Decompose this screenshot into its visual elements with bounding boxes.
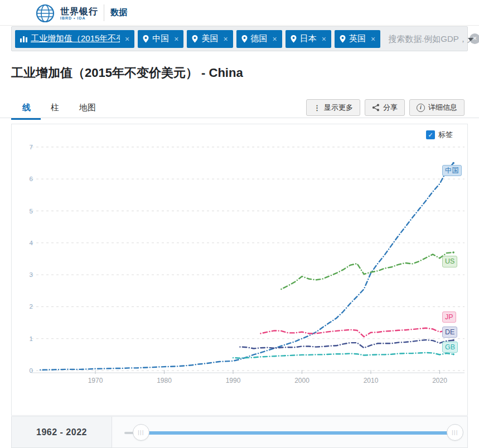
pin-icon <box>340 35 346 43</box>
x-tick-label: 1970 <box>88 377 103 384</box>
details-button[interactable]: i 详细信息 <box>409 99 465 116</box>
indicator-title: 工业增加值（2015年不变价美元） <box>11 66 198 80</box>
chip-indicator[interactable]: 工业增加值（2015年不变... × <box>15 30 134 48</box>
x-tick-label: 1980 <box>157 377 172 384</box>
series-label-DE: DE <box>442 327 457 338</box>
y-tick-label: 2 <box>30 303 33 310</box>
search-input[interactable] <box>388 34 472 43</box>
y-tick-label: 7 <box>30 144 33 150</box>
chip-country-label: 英国 <box>349 33 366 44</box>
chip-country-label: 美国 <box>201 33 218 44</box>
chip-remove-icon[interactable]: × <box>273 35 277 43</box>
labels-checkbox-label: 标签 <box>438 130 453 140</box>
chart-card: 01234567197019801990200020102020 中国USJPD… <box>11 124 468 416</box>
search-area: × <box>384 27 479 51</box>
series-line-JP <box>260 328 453 337</box>
x-tick-label: 2020 <box>432 377 447 384</box>
tab-bar[interactable]: 柱 <box>41 99 69 120</box>
chip-country-us[interactable]: 美国 × <box>187 30 233 48</box>
chip-indicator-label: 工业增加值（2015年不变... <box>31 33 120 44</box>
series-label-中国: 中国 <box>442 165 462 177</box>
series-line-US <box>281 252 453 289</box>
tab-map[interactable]: 地图 <box>69 99 106 120</box>
chip-country-label: 中国 <box>152 33 169 44</box>
globe-icon <box>35 3 56 24</box>
pin-icon <box>192 35 198 43</box>
chip-country-uk[interactable]: 英国 × <box>335 30 380 48</box>
nav-item-data[interactable]: 数据 <box>110 7 127 18</box>
chip-remove-icon[interactable]: × <box>223 35 228 43</box>
labels-toggle[interactable]: ✓ 标签 <box>426 130 453 140</box>
worldbank-logo[interactable]: 世界银行 IBRD • IDA <box>35 3 98 24</box>
top-header: 世界银行 IBRD • IDA 数据 <box>0 0 479 26</box>
labels-checkbox[interactable]: ✓ <box>426 130 435 139</box>
chip-remove-icon[interactable]: × <box>174 35 178 43</box>
share-button[interactable]: 分享 <box>365 99 405 116</box>
header-divider <box>104 4 104 21</box>
y-tick-label: 1 <box>30 335 33 342</box>
bar-chart-icon <box>20 35 27 42</box>
chip-remove-icon[interactable]: × <box>125 35 129 43</box>
year-range-slider[interactable]: ||| ||| <box>112 417 467 447</box>
x-tick-label: 2000 <box>294 377 309 384</box>
time-range-bar: 1962 - 2022 ||| ||| <box>11 416 468 448</box>
page-title: 工业增加值（2015年不变价美元） - China <box>11 65 243 81</box>
slider-handle-end[interactable]: ||| <box>447 424 463 441</box>
y-tick-label: 3 <box>30 271 33 278</box>
chip-country-label: 德国 <box>251 33 268 44</box>
share-icon <box>372 104 380 111</box>
x-tick-label: 1990 <box>226 377 241 384</box>
chip-remove-icon[interactable]: × <box>322 35 326 43</box>
series-label-GB: GB <box>442 342 458 353</box>
chip-country-china[interactable]: 中国 × <box>138 30 183 48</box>
series-line-DE <box>240 340 453 349</box>
brand-subtitle: IBRD • IDA <box>60 16 98 20</box>
line-chart-plot: 01234567197019801990200020102020 <box>12 124 467 415</box>
year-range-label: 1962 - 2022 <box>12 417 112 447</box>
tab-line[interactable]: 线 <box>11 99 41 120</box>
brand-name: 世界银行 <box>60 7 98 16</box>
chip-country-japan[interactable]: 日本 × <box>286 30 331 48</box>
chip-remove-icon[interactable]: × <box>371 35 375 43</box>
pin-icon <box>143 35 149 43</box>
pin-icon <box>241 35 248 43</box>
y-tick-label: 6 <box>30 176 33 182</box>
chip-country-germany[interactable]: 德国 × <box>236 30 282 48</box>
filter-bar: 工业增加值（2015年不变... × 中国 × 美国 × 德国 × 日本 × 英… <box>11 26 468 51</box>
y-tick-label: 5 <box>30 208 33 215</box>
slider-track-selected[interactable] <box>141 431 455 435</box>
title-country-suffix: - China <box>201 66 243 80</box>
slider-handle-start[interactable]: ||| <box>133 424 149 441</box>
y-tick-label: 4 <box>30 240 33 246</box>
series-line-GB <box>233 353 453 358</box>
chevron-down-icon[interactable] <box>468 38 473 41</box>
series-label-JP: JP <box>442 311 456 323</box>
chip-country-label: 日本 <box>300 33 317 44</box>
pin-icon <box>291 35 297 43</box>
kebab-icon: ⋮ <box>313 104 321 112</box>
chart-type-tabs-row: 线 柱 地图 ⋮ 显示更多 分享 i 详细信息 <box>0 99 479 118</box>
info-icon: i <box>417 104 425 112</box>
series-label-US: US <box>442 256 457 267</box>
x-tick-label: 2010 <box>364 377 379 384</box>
show-more-button[interactable]: ⋮ 显示更多 <box>306 99 360 116</box>
